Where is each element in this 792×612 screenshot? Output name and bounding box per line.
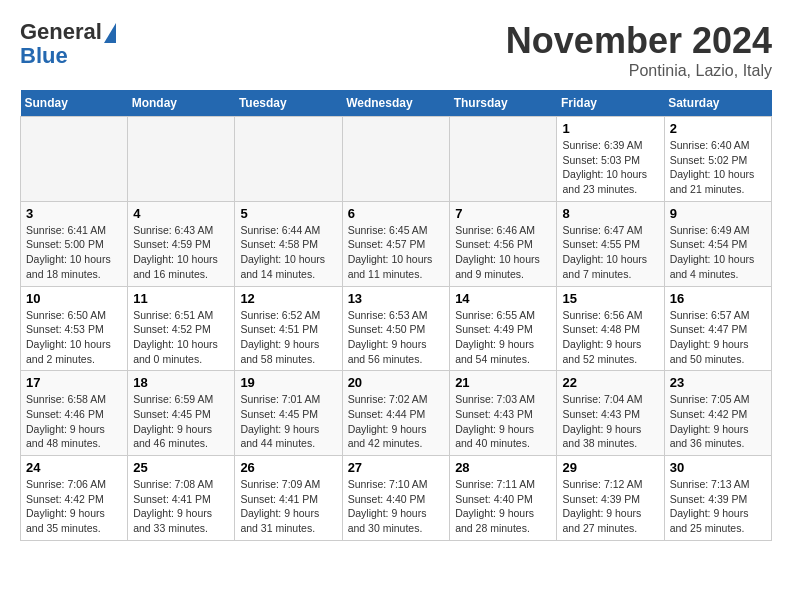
day-info: Sunrise: 7:03 AM Sunset: 4:43 PM Dayligh… bbox=[455, 392, 551, 451]
day-number: 9 bbox=[670, 206, 766, 221]
calendar-cell: 9Sunrise: 6:49 AM Sunset: 4:54 PM Daylig… bbox=[664, 201, 771, 286]
weekday-header-sunday: Sunday bbox=[21, 90, 128, 117]
calendar-cell: 23Sunrise: 7:05 AM Sunset: 4:42 PM Dayli… bbox=[664, 371, 771, 456]
week-row-5: 24Sunrise: 7:06 AM Sunset: 4:42 PM Dayli… bbox=[21, 456, 772, 541]
day-info: Sunrise: 7:04 AM Sunset: 4:43 PM Dayligh… bbox=[562, 392, 658, 451]
calendar-cell: 4Sunrise: 6:43 AM Sunset: 4:59 PM Daylig… bbox=[128, 201, 235, 286]
weekday-header-row: SundayMondayTuesdayWednesdayThursdayFrid… bbox=[21, 90, 772, 117]
day-number: 16 bbox=[670, 291, 766, 306]
calendar-cell: 29Sunrise: 7:12 AM Sunset: 4:39 PM Dayli… bbox=[557, 456, 664, 541]
calendar-cell: 25Sunrise: 7:08 AM Sunset: 4:41 PM Dayli… bbox=[128, 456, 235, 541]
day-number: 30 bbox=[670, 460, 766, 475]
weekday-header-friday: Friday bbox=[557, 90, 664, 117]
day-info: Sunrise: 6:52 AM Sunset: 4:51 PM Dayligh… bbox=[240, 308, 336, 367]
day-number: 29 bbox=[562, 460, 658, 475]
weekday-header-tuesday: Tuesday bbox=[235, 90, 342, 117]
day-info: Sunrise: 7:02 AM Sunset: 4:44 PM Dayligh… bbox=[348, 392, 445, 451]
day-number: 20 bbox=[348, 375, 445, 390]
calendar-cell: 22Sunrise: 7:04 AM Sunset: 4:43 PM Dayli… bbox=[557, 371, 664, 456]
logo: General Blue bbox=[20, 20, 116, 68]
weekday-header-monday: Monday bbox=[128, 90, 235, 117]
calendar-cell: 11Sunrise: 6:51 AM Sunset: 4:52 PM Dayli… bbox=[128, 286, 235, 371]
week-row-1: 1Sunrise: 6:39 AM Sunset: 5:03 PM Daylig… bbox=[21, 117, 772, 202]
calendar-cell: 12Sunrise: 6:52 AM Sunset: 4:51 PM Dayli… bbox=[235, 286, 342, 371]
day-info: Sunrise: 7:13 AM Sunset: 4:39 PM Dayligh… bbox=[670, 477, 766, 536]
day-number: 14 bbox=[455, 291, 551, 306]
day-info: Sunrise: 6:49 AM Sunset: 4:54 PM Dayligh… bbox=[670, 223, 766, 282]
calendar-cell: 18Sunrise: 6:59 AM Sunset: 4:45 PM Dayli… bbox=[128, 371, 235, 456]
day-info: Sunrise: 6:56 AM Sunset: 4:48 PM Dayligh… bbox=[562, 308, 658, 367]
day-number: 12 bbox=[240, 291, 336, 306]
day-number: 1 bbox=[562, 121, 658, 136]
calendar-cell bbox=[235, 117, 342, 202]
calendar-cell: 26Sunrise: 7:09 AM Sunset: 4:41 PM Dayli… bbox=[235, 456, 342, 541]
calendar-cell: 14Sunrise: 6:55 AM Sunset: 4:49 PM Dayli… bbox=[450, 286, 557, 371]
weekday-header-saturday: Saturday bbox=[664, 90, 771, 117]
day-number: 4 bbox=[133, 206, 229, 221]
day-info: Sunrise: 7:09 AM Sunset: 4:41 PM Dayligh… bbox=[240, 477, 336, 536]
day-number: 5 bbox=[240, 206, 336, 221]
calendar-cell: 5Sunrise: 6:44 AM Sunset: 4:58 PM Daylig… bbox=[235, 201, 342, 286]
calendar-cell: 1Sunrise: 6:39 AM Sunset: 5:03 PM Daylig… bbox=[557, 117, 664, 202]
calendar-cell: 10Sunrise: 6:50 AM Sunset: 4:53 PM Dayli… bbox=[21, 286, 128, 371]
month-title: November 2024 bbox=[506, 20, 772, 62]
calendar-cell: 16Sunrise: 6:57 AM Sunset: 4:47 PM Dayli… bbox=[664, 286, 771, 371]
day-info: Sunrise: 6:44 AM Sunset: 4:58 PM Dayligh… bbox=[240, 223, 336, 282]
day-number: 21 bbox=[455, 375, 551, 390]
day-info: Sunrise: 6:59 AM Sunset: 4:45 PM Dayligh… bbox=[133, 392, 229, 451]
day-number: 10 bbox=[26, 291, 122, 306]
location: Pontinia, Lazio, Italy bbox=[506, 62, 772, 80]
week-row-2: 3Sunrise: 6:41 AM Sunset: 5:00 PM Daylig… bbox=[21, 201, 772, 286]
day-info: Sunrise: 6:41 AM Sunset: 5:00 PM Dayligh… bbox=[26, 223, 122, 282]
title-area: November 2024 Pontinia, Lazio, Italy bbox=[506, 20, 772, 80]
day-info: Sunrise: 6:39 AM Sunset: 5:03 PM Dayligh… bbox=[562, 138, 658, 197]
day-number: 22 bbox=[562, 375, 658, 390]
day-number: 15 bbox=[562, 291, 658, 306]
day-info: Sunrise: 6:46 AM Sunset: 4:56 PM Dayligh… bbox=[455, 223, 551, 282]
calendar-cell: 17Sunrise: 6:58 AM Sunset: 4:46 PM Dayli… bbox=[21, 371, 128, 456]
calendar-cell bbox=[450, 117, 557, 202]
weekday-header-thursday: Thursday bbox=[450, 90, 557, 117]
day-info: Sunrise: 7:10 AM Sunset: 4:40 PM Dayligh… bbox=[348, 477, 445, 536]
logo-text-line1: General bbox=[20, 20, 116, 44]
day-info: Sunrise: 6:55 AM Sunset: 4:49 PM Dayligh… bbox=[455, 308, 551, 367]
day-number: 8 bbox=[562, 206, 658, 221]
calendar-cell: 19Sunrise: 7:01 AM Sunset: 4:45 PM Dayli… bbox=[235, 371, 342, 456]
calendar-cell: 27Sunrise: 7:10 AM Sunset: 4:40 PM Dayli… bbox=[342, 456, 450, 541]
calendar-table: SundayMondayTuesdayWednesdayThursdayFrid… bbox=[20, 90, 772, 541]
calendar-cell: 15Sunrise: 6:56 AM Sunset: 4:48 PM Dayli… bbox=[557, 286, 664, 371]
day-number: 6 bbox=[348, 206, 445, 221]
day-info: Sunrise: 6:40 AM Sunset: 5:02 PM Dayligh… bbox=[670, 138, 766, 197]
calendar-cell: 24Sunrise: 7:06 AM Sunset: 4:42 PM Dayli… bbox=[21, 456, 128, 541]
calendar-cell: 3Sunrise: 6:41 AM Sunset: 5:00 PM Daylig… bbox=[21, 201, 128, 286]
day-number: 24 bbox=[26, 460, 122, 475]
day-info: Sunrise: 6:53 AM Sunset: 4:50 PM Dayligh… bbox=[348, 308, 445, 367]
day-number: 7 bbox=[455, 206, 551, 221]
calendar-cell bbox=[21, 117, 128, 202]
day-info: Sunrise: 6:58 AM Sunset: 4:46 PM Dayligh… bbox=[26, 392, 122, 451]
logo-text-line2: Blue bbox=[20, 44, 68, 68]
day-number: 17 bbox=[26, 375, 122, 390]
calendar-cell: 8Sunrise: 6:47 AM Sunset: 4:55 PM Daylig… bbox=[557, 201, 664, 286]
day-info: Sunrise: 6:47 AM Sunset: 4:55 PM Dayligh… bbox=[562, 223, 658, 282]
calendar-cell: 20Sunrise: 7:02 AM Sunset: 4:44 PM Dayli… bbox=[342, 371, 450, 456]
weekday-header-wednesday: Wednesday bbox=[342, 90, 450, 117]
day-info: Sunrise: 7:06 AM Sunset: 4:42 PM Dayligh… bbox=[26, 477, 122, 536]
week-row-4: 17Sunrise: 6:58 AM Sunset: 4:46 PM Dayli… bbox=[21, 371, 772, 456]
day-number: 25 bbox=[133, 460, 229, 475]
calendar-cell: 13Sunrise: 6:53 AM Sunset: 4:50 PM Dayli… bbox=[342, 286, 450, 371]
calendar-cell: 6Sunrise: 6:45 AM Sunset: 4:57 PM Daylig… bbox=[342, 201, 450, 286]
calendar-cell: 30Sunrise: 7:13 AM Sunset: 4:39 PM Dayli… bbox=[664, 456, 771, 541]
day-info: Sunrise: 7:11 AM Sunset: 4:40 PM Dayligh… bbox=[455, 477, 551, 536]
day-number: 11 bbox=[133, 291, 229, 306]
calendar-cell: 21Sunrise: 7:03 AM Sunset: 4:43 PM Dayli… bbox=[450, 371, 557, 456]
day-number: 3 bbox=[26, 206, 122, 221]
day-number: 28 bbox=[455, 460, 551, 475]
day-number: 13 bbox=[348, 291, 445, 306]
calendar-cell: 2Sunrise: 6:40 AM Sunset: 5:02 PM Daylig… bbox=[664, 117, 771, 202]
day-number: 27 bbox=[348, 460, 445, 475]
day-number: 26 bbox=[240, 460, 336, 475]
calendar-cell: 28Sunrise: 7:11 AM Sunset: 4:40 PM Dayli… bbox=[450, 456, 557, 541]
day-number: 2 bbox=[670, 121, 766, 136]
calendar-cell bbox=[128, 117, 235, 202]
